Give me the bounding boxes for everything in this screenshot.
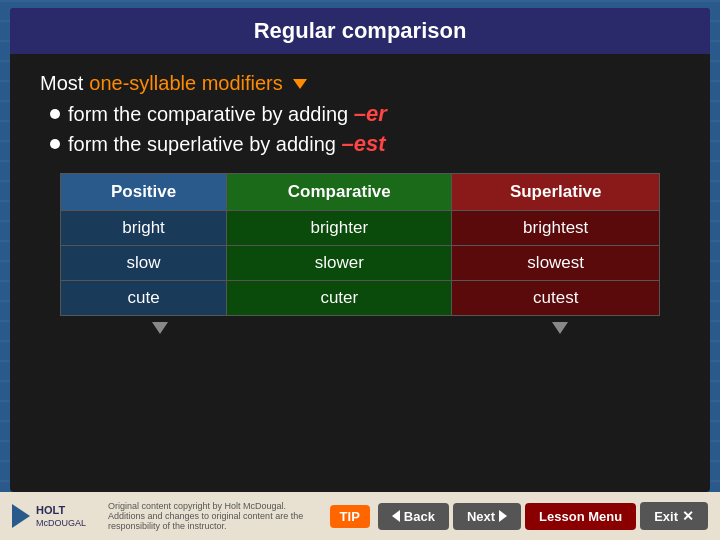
slide-content: Most one-syllable modifiers form the com… [10,54,710,352]
tip-badge: TIP [330,505,370,528]
lesson-menu-label: Lesson Menu [539,509,622,524]
bullet-text-1: form the comparative by adding –er [68,101,387,127]
bullet-item-1: form the comparative by adding –er [50,101,680,127]
table-body: bright brighter brightest slow slower sl… [61,211,660,316]
td-comparative-3: cuter [227,281,452,316]
bullet-dot-2 [50,139,60,149]
table-arrow-left[interactable] [152,322,168,334]
td-comparative-1: brighter [227,211,452,246]
exit-x-icon: ✕ [682,508,694,524]
td-comparative-2: slower [227,246,452,281]
next-button[interactable]: Next [453,503,521,530]
td-superlative-2: slowest [452,246,660,281]
exit-label: Exit [654,509,678,524]
td-positive-1: bright [61,211,227,246]
slide-title: Regular comparison [10,8,710,54]
lesson-menu-button[interactable]: Lesson Menu [525,503,636,530]
highlight-er: –er [354,101,387,126]
intro-dropdown-arrow[interactable] [293,79,307,89]
highlight-est: –est [342,131,386,156]
table-row-3: cute cuter cutest [61,281,660,316]
intro-line: Most one-syllable modifiers [40,72,680,95]
next-label: Next [467,509,495,524]
td-superlative-3: cutest [452,281,660,316]
table-header-row: Positive Comparative Superlative [61,174,660,211]
th-positive: Positive [61,174,227,211]
td-positive-3: cute [61,281,227,316]
slide-container: Regular comparison Most one-syllable mod… [10,8,710,492]
holt-line1: HOLT [36,504,86,516]
holt-logo: HOLT McDOUGAL [0,504,98,529]
intro-text-static: Most [40,72,83,95]
bullet-item-2: form the superlative by adding –est [50,131,680,157]
exit-button[interactable]: Exit ✕ [640,502,708,530]
copyright-text: Original content copyright by Holt McDou… [98,501,318,531]
comparison-table: Positive Comparative Superlative bright … [60,173,660,316]
back-label: Back [404,509,435,524]
holt-line2: McDOUGAL [36,518,86,528]
back-arrow-icon [392,510,400,522]
back-button[interactable]: Back [378,503,449,530]
bullet-text-2: form the superlative by adding –est [68,131,386,157]
th-superlative: Superlative [452,174,660,211]
table-row-1: bright brighter brightest [61,211,660,246]
holt-arrow-icon [12,504,30,528]
td-superlative-1: brightest [452,211,660,246]
bottom-bar: HOLT McDOUGAL Original content copyright… [0,492,720,540]
table-row-2: slow slower slowest [61,246,660,281]
table-expand-arrows [40,322,680,334]
next-arrow-icon [499,510,507,522]
bullet-dot-1 [50,109,60,119]
holt-text: HOLT McDOUGAL [36,504,86,529]
intro-orange-text: one-syllable modifiers [89,72,282,95]
th-comparative: Comparative [227,174,452,211]
bullet-list: form the comparative by adding –er form … [50,101,680,157]
table-arrow-right[interactable] [552,322,568,334]
nav-buttons: Back Next Lesson Menu Exit ✕ [378,502,720,530]
td-positive-2: slow [61,246,227,281]
